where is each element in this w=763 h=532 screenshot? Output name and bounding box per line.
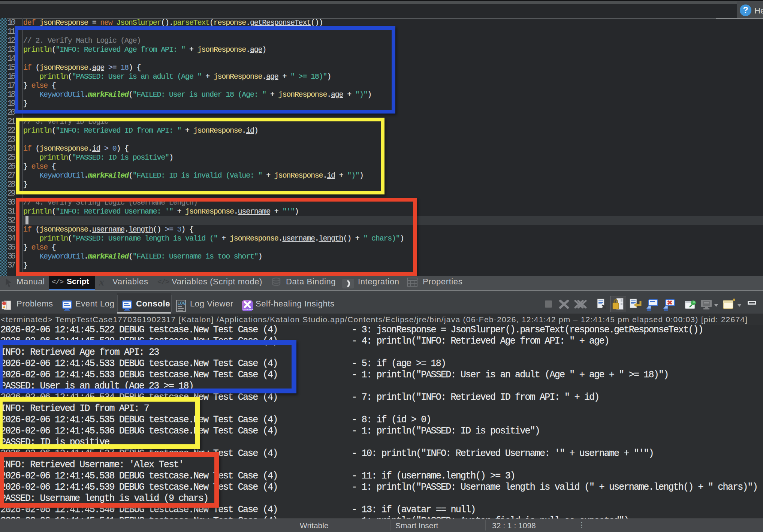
svg-text:LOG: LOG <box>178 301 186 305</box>
svg-text:SELF-HEALING: SELF-HEALING <box>243 308 253 311</box>
